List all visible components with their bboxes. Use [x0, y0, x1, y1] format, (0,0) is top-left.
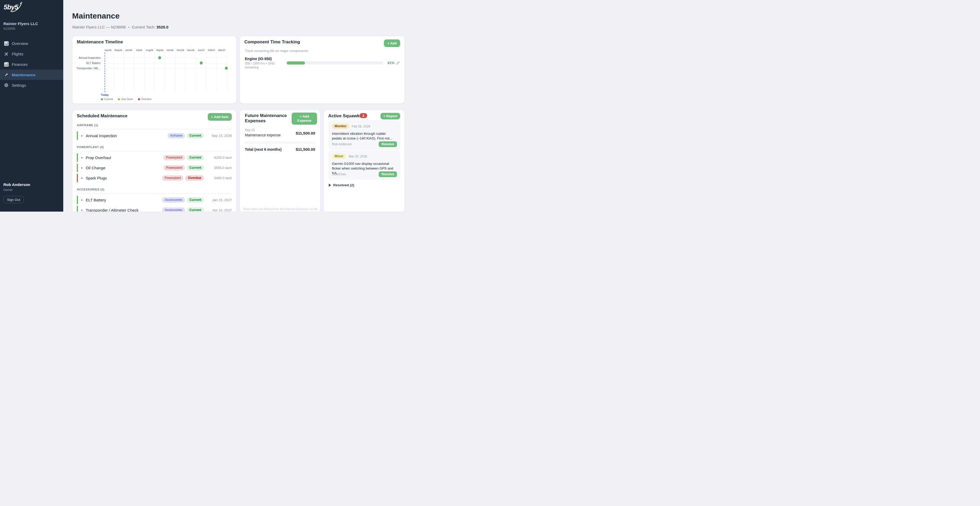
due-value: Sep 15, 2026: [207, 134, 232, 138]
sidebar-item-flights[interactable]: Flights: [0, 49, 63, 59]
due-value: Apr 10, 2027: [207, 208, 232, 212]
expand-triangle-icon[interactable]: [81, 157, 83, 159]
expenses-footnote-line2: Fi: [242, 211, 318, 212]
month-tick-label: Apr26: [104, 49, 111, 51]
squawk-reporter: Lisa Chen: [332, 173, 346, 176]
add-expense-button[interactable]: + Add Expense: [292, 113, 317, 125]
timeline-row-label: Transponder / Alti…: [73, 67, 100, 70]
scheduled-list: AIRFRAME (1)Annual InspectionAirframeCur…: [77, 124, 232, 212]
legend-dot-current: [101, 98, 103, 100]
scheduled-group: POWERPLANT (3)Prop OverhaulPowerplantCur…: [77, 146, 232, 183]
squawk-footer: Rob AndersonResolve: [332, 141, 397, 147]
sidebar-item-label: Maintenance: [12, 73, 35, 77]
legend-item: Current: [101, 98, 113, 101]
scheduled-row[interactable]: Annual InspectionAirframeCurrentSep 15, …: [77, 131, 232, 141]
severity-badge: Monitor: [332, 124, 349, 129]
squawks-count-badge: 2: [360, 113, 367, 118]
resolved-label: Resolved (2): [333, 183, 354, 187]
scheduled-item-name: ELT Battery: [86, 198, 162, 202]
expand-triangle-icon[interactable]: [81, 135, 83, 137]
expenses-footnote: These items are filtered from the Planne…: [242, 207, 318, 212]
due-value: Jan 15, 2027: [207, 198, 232, 202]
legend-item: Overdue: [138, 98, 151, 101]
subtitle-company-tail: Rainier Flyers LLC — N236RB: [72, 25, 126, 29]
scheduled-row[interactable]: ELT BatteryAccessoriesCurrentJan 15, 202…: [77, 195, 232, 205]
scheduled-row[interactable]: Transponder / Altimeter CheckAccessories…: [77, 205, 232, 212]
month-tick-label: May26: [115, 49, 122, 51]
status-badge: Current: [187, 208, 204, 212]
category-badge: Accessories: [162, 208, 185, 212]
month-tick-label: Feb27: [208, 49, 215, 51]
component-progress-fill: [287, 61, 305, 65]
grid-line: [103, 52, 103, 92]
expand-triangle-icon[interactable]: [81, 199, 83, 201]
today-label: Today: [101, 93, 109, 97]
bar-chart-icon: [4, 62, 9, 67]
sidebar-user: Rob Anderson Owner: [3, 182, 30, 192]
component-time-tracking-card: Component Time Tracking + Add Track rema…: [240, 36, 405, 104]
resolve-button[interactable]: Resolve: [379, 171, 397, 177]
category-badge: Powerplant: [163, 165, 185, 171]
page-subtitle: Rainier Flyers LLC — N236RB•Current Tach…: [72, 25, 168, 29]
scheduled-group-header: ACCESSORIES (2): [77, 188, 232, 191]
expenses-total-row: Total (next 6 months) $11,500.00: [245, 147, 315, 152]
squawk-header: MinorMar 20, 2026: [332, 154, 397, 159]
timeline-point: [200, 61, 202, 65]
add-item-button[interactable]: + Add Item: [208, 113, 232, 121]
sidebar-item-finances[interactable]: Finances: [0, 59, 63, 70]
divider: [77, 129, 232, 129]
airplane-icon: [4, 51, 9, 56]
grid-line: [165, 52, 165, 92]
expand-triangle-icon[interactable]: [81, 167, 83, 169]
grid-line: [175, 52, 176, 92]
month-tick-label: Mar27: [218, 49, 225, 51]
squawk-reporter: Rob Anderson: [332, 142, 352, 146]
timeline-point: [225, 67, 228, 70]
resolved-toggle[interactable]: Resolved (2): [329, 183, 354, 187]
expand-triangle-icon[interactable]: [81, 209, 83, 211]
sidebar-item-settings[interactable]: Settings: [0, 80, 63, 90]
sidebar-item-label: Flights: [12, 52, 23, 56]
category-badge: Airframe: [167, 133, 185, 138]
month-tick-label: Nov26: [177, 49, 184, 51]
user-role: Owner: [3, 188, 30, 192]
timeline-plot: Today CurrentDue SoonOverdue Apr26May26J…: [103, 52, 227, 92]
squawk-card: MonitorFeb 28, 2026Intermittent vibratio…: [329, 121, 400, 149]
row-grid-line: [103, 68, 227, 68]
grid-line: [113, 52, 113, 92]
month-tick-label: Jun26: [125, 49, 132, 51]
scheduled-row[interactable]: Spark PlugsPowerplantOverdue3490.0 tach: [77, 173, 232, 183]
edit-pencil-icon[interactable]: [396, 61, 400, 66]
sidebar: 5by5 Rainier Flyers LLC N236RB OverviewF…: [0, 0, 63, 212]
grid-line: [216, 52, 217, 92]
sidebar-item-maintenance[interactable]: Maintenance: [0, 70, 63, 80]
user-name: Rob Anderson: [3, 182, 30, 187]
status-badge: Current: [187, 165, 204, 171]
sign-out-button[interactable]: Sign Out: [3, 196, 24, 203]
scheduled-title: Scheduled Maintenance: [77, 113, 127, 119]
sidebar-item-overview[interactable]: Overview: [0, 38, 63, 49]
today-line: [105, 52, 105, 92]
add-component-button[interactable]: + Add: [384, 40, 400, 47]
month-tick-label: Oct26: [167, 49, 173, 51]
future-expenses-card: Future Maintenance Expenses + Add Expens…: [240, 110, 320, 212]
expand-triangle-icon[interactable]: [81, 177, 83, 179]
scheduled-group: AIRFRAME (1)Annual InspectionAirframeCur…: [77, 124, 232, 141]
grid-line: [227, 52, 228, 92]
component-progress-track: [287, 61, 383, 65]
divider: [245, 143, 315, 143]
page-title: Maintenance: [72, 11, 120, 21]
divider: [77, 151, 232, 151]
component-detail: 358 / 1900 hrs • 1542 remaining: [245, 62, 286, 70]
resolve-button[interactable]: Resolve: [379, 141, 397, 147]
legend-dot-overdue: [138, 98, 140, 100]
expenses-footnote-line1: These items are filtered from the Planne…: [242, 207, 318, 211]
expenses-title: Future Maintenance Expenses: [245, 113, 292, 124]
sidebar-nav: OverviewFlightsFinancesMaintenanceSettin…: [0, 38, 63, 90]
expenses-total-amount: $11,500.00: [296, 147, 315, 152]
grid-line: [123, 52, 124, 92]
scheduled-row[interactable]: Oil ChangePowerplantCurrent3555.0 tach: [77, 163, 232, 173]
report-squawk-button[interactable]: + Report: [380, 113, 400, 119]
scheduled-row[interactable]: Prop OverhaulPowerplantCurrent4200.0 tac…: [77, 153, 232, 162]
month-tick-label: Aug26: [146, 49, 153, 51]
